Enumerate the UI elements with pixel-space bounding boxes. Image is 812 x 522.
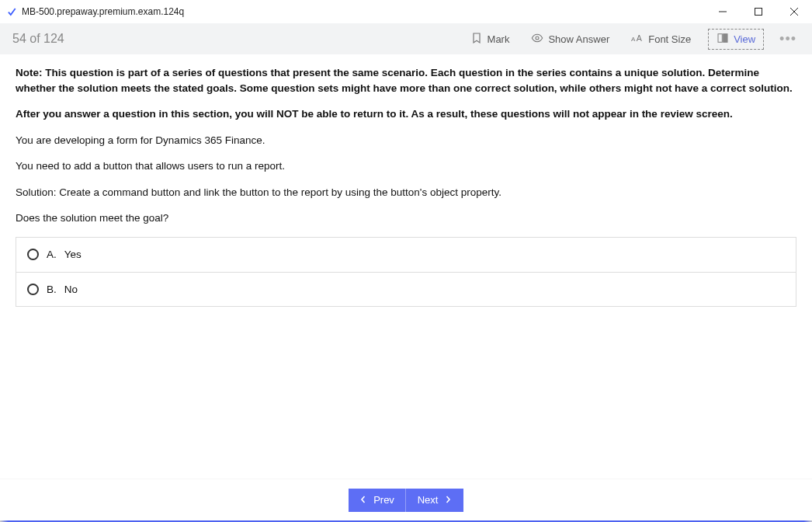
- view-label: View: [734, 33, 755, 45]
- option-text: Yes: [64, 247, 82, 263]
- option-text: No: [64, 282, 78, 298]
- svg-rect-8: [724, 33, 727, 42]
- more-button[interactable]: •••: [776, 31, 800, 47]
- app-icon: [6, 6, 17, 17]
- question-line-3: Solution: Create a command button and li…: [16, 185, 796, 200]
- show-answer-label: Show Answer: [548, 33, 609, 45]
- next-label: Next: [418, 494, 439, 506]
- radio-icon: [27, 284, 39, 295]
- footer: Prev Next: [0, 478, 812, 520]
- font-size-button[interactable]: AA Font Size: [626, 29, 696, 50]
- question-line-2: You need to add a button that allows use…: [16, 158, 796, 174]
- svg-text:A: A: [631, 36, 636, 43]
- svg-text:A: A: [637, 33, 643, 43]
- progress-indicator: 54 of 124: [12, 32, 453, 46]
- show-answer-button[interactable]: Show Answer: [526, 29, 614, 50]
- option-letter: B.: [47, 282, 57, 298]
- maximize-button[interactable]: [741, 0, 776, 23]
- toolbar: 54 of 124 Mark Show Answer AA Font Size …: [0, 23, 812, 54]
- chevron-right-icon: [444, 494, 452, 506]
- option-b[interactable]: B. No: [16, 272, 796, 307]
- option-letter: A.: [47, 247, 57, 263]
- options-list: A. Yes B. No: [16, 237, 796, 307]
- bookmark-icon: [470, 32, 483, 47]
- font-size-icon: AA: [631, 32, 644, 47]
- question-note: Note: This question is part of a series …: [16, 65, 796, 96]
- radio-icon: [27, 249, 39, 260]
- question-warning: After you answer a question in this sect…: [16, 106, 796, 122]
- eye-icon: [531, 32, 543, 47]
- font-size-label: Font Size: [648, 33, 691, 45]
- view-icon: [717, 32, 729, 47]
- question-content: Note: This question is part of a series …: [0, 54, 812, 478]
- mark-label: Mark: [488, 33, 510, 45]
- svg-rect-1: [755, 9, 762, 16]
- question-line-1: You are developing a form for Dynamics 3…: [16, 133, 796, 148]
- view-button[interactable]: View: [708, 29, 764, 50]
- window-controls: [705, 0, 812, 23]
- mark-button[interactable]: Mark: [466, 29, 515, 50]
- svg-rect-7: [718, 33, 722, 42]
- window-title: MB-500.prepaway.premium.exam.124q: [22, 6, 705, 17]
- close-button[interactable]: [776, 0, 812, 23]
- titlebar: MB-500.prepaway.premium.exam.124q: [0, 0, 812, 23]
- option-a[interactable]: A. Yes: [16, 238, 796, 272]
- minimize-button[interactable]: [705, 0, 741, 23]
- question-prompt: Does the solution meet the goal?: [16, 211, 796, 226]
- prev-button[interactable]: Prev: [349, 489, 406, 512]
- svg-point-4: [536, 37, 539, 40]
- next-button[interactable]: Next: [406, 489, 463, 512]
- prev-label: Prev: [373, 494, 394, 506]
- chevron-left-icon: [359, 494, 367, 506]
